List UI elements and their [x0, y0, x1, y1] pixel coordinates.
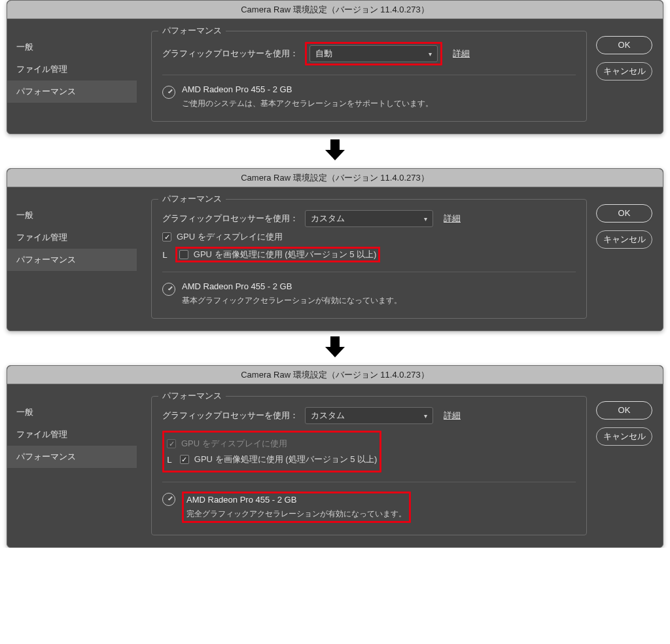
performance-fieldset: パフォーマンスグラフィックプロセッサーを使用：自動▾詳細AMD Radeon P…	[151, 31, 587, 122]
arrow-down-icon	[325, 139, 345, 163]
sidebar-item-file-management[interactable]: ファイル管理	[7, 58, 137, 80]
chevron-down-icon: ▾	[429, 50, 432, 58]
checkbox-gpu-display	[167, 439, 176, 448]
tree-prefix: L	[162, 250, 168, 260]
cancel-button[interactable]: キャンセル	[596, 230, 652, 249]
gpu-select-value: カスタム	[311, 213, 345, 224]
details-link[interactable]: 詳細	[444, 410, 461, 421]
sidebar-item-performance[interactable]: パフォーマンス	[7, 249, 137, 271]
dialog-title: Camera Raw 環境設定（バージョン 11.4.0.273）	[7, 1, 663, 19]
performance-fieldset: パフォーマンスグラフィックプロセッサーを使用：カスタム▾詳細GPU をディスプレ…	[151, 199, 587, 319]
preferences-dialog: Camera Raw 環境設定（バージョン 11.4.0.273）一般ファイル管…	[7, 168, 663, 331]
details-link[interactable]: 詳細	[444, 213, 461, 224]
checkbox-gpu-display[interactable]	[162, 232, 171, 241]
gpu-select[interactable]: 自動▾	[309, 45, 438, 62]
sidebar-item-file-management[interactable]: ファイル管理	[7, 226, 137, 249]
sidebar: 一般ファイル管理パフォーマンス	[7, 31, 137, 122]
gpu-select[interactable]: カスタム▾	[305, 407, 433, 424]
sidebar-item-file-management[interactable]: ファイル管理	[7, 423, 137, 446]
gauge-icon	[162, 283, 175, 296]
checkbox-label: GPU を画像処理に使用 (処理バージョン 5 以上)	[194, 454, 378, 465]
checkbox-gpu-image-processing[interactable]	[180, 455, 189, 464]
sidebar: 一般ファイル管理パフォーマンス	[7, 199, 137, 319]
sidebar-item-general[interactable]: 一般	[7, 401, 137, 423]
ok-button[interactable]: OK	[596, 401, 652, 420]
gpu-label: グラフィックプロセッサーを使用：	[162, 213, 298, 224]
fieldset-legend: パフォーマンス	[158, 390, 226, 402]
checkbox-label: GPU を画像処理に使用 (処理バージョン 5 以上)	[194, 249, 377, 260]
sidebar-item-general[interactable]: 一般	[7, 204, 137, 226]
checkbox-gpu-image-processing[interactable]	[179, 250, 188, 259]
preferences-dialog: Camera Raw 環境設定（バージョン 11.4.0.273）一般ファイル管…	[7, 0, 663, 134]
gpu-name: AMD Radeon Pro 455 - 2 GB	[182, 84, 433, 94]
gpu-label: グラフィックプロセッサーを使用：	[162, 410, 298, 421]
arrow-down-icon	[325, 336, 345, 360]
gpu-desc: ご使用のシステムは、基本アクセラレーションをサポートしています。	[182, 98, 433, 109]
ok-button[interactable]: OK	[596, 204, 652, 223]
details-link[interactable]: 詳細	[453, 48, 470, 60]
cancel-button[interactable]: キャンセル	[596, 62, 652, 80]
gauge-icon	[162, 86, 175, 99]
chevron-down-icon: ▾	[424, 412, 427, 420]
ok-button[interactable]: OK	[596, 36, 652, 54]
gpu-name: AMD Radeon Pro 455 - 2 GB	[182, 281, 402, 291]
gauge-icon	[162, 493, 175, 506]
gpu-desc: 完全グラフィックアクセラレーションが有効になっています。	[186, 509, 406, 520]
dialog-title: Camera Raw 環境設定（バージョン 11.4.0.273）	[7, 366, 663, 384]
cancel-button[interactable]: キャンセル	[596, 427, 652, 446]
dialog-title: Camera Raw 環境設定（バージョン 11.4.0.273）	[7, 169, 663, 187]
chevron-down-icon: ▾	[424, 215, 427, 223]
gpu-select[interactable]: カスタム▾	[305, 210, 433, 227]
fieldset-legend: パフォーマンス	[158, 25, 226, 37]
sidebar-item-general[interactable]: 一般	[7, 36, 137, 58]
sidebar-item-performance[interactable]: パフォーマンス	[7, 80, 137, 103]
sidebar-item-performance[interactable]: パフォーマンス	[7, 446, 137, 468]
sidebar: 一般ファイル管理パフォーマンス	[7, 396, 137, 535]
fieldset-legend: パフォーマンス	[158, 193, 226, 205]
checkbox-label: GPU をディスプレイに使用	[177, 231, 283, 243]
checkbox-label: GPU をディスプレイに使用	[181, 438, 287, 450]
performance-fieldset: パフォーマンスグラフィックプロセッサーを使用：カスタム▾詳細GPU をディスプレ…	[151, 396, 587, 535]
gpu-desc: 基本グラフィックアクセラレーションが有効になっています。	[182, 295, 402, 306]
gpu-select-value: カスタム	[311, 410, 345, 421]
preferences-dialog: Camera Raw 環境設定（バージョン 11.4.0.273）一般ファイル管…	[7, 365, 663, 548]
gpu-select-value: 自動	[315, 48, 332, 60]
gpu-name: AMD Radeon Pro 455 - 2 GB	[186, 495, 406, 505]
gpu-label: グラフィックプロセッサーを使用：	[162, 48, 298, 60]
tree-prefix: L	[167, 455, 172, 465]
